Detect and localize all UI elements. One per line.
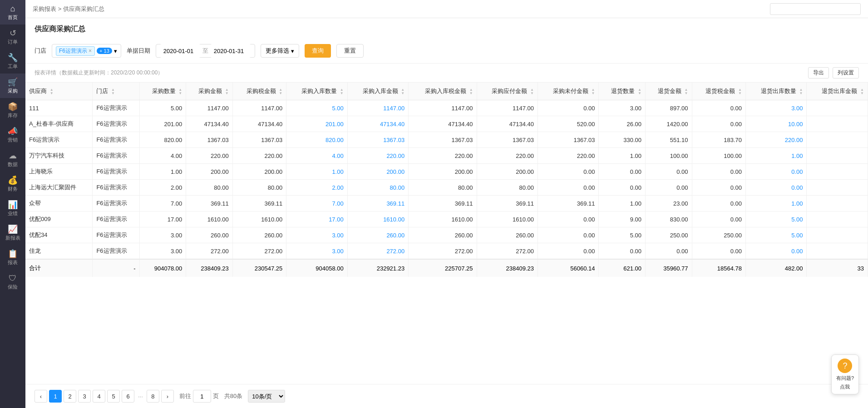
cell-return_out_qty[interactable]: 5.00: [746, 227, 807, 243]
col-unpaid[interactable]: 采购未付金额 ▲▼: [538, 83, 599, 100]
sidebar-item-marketing[interactable]: 📣 营销: [0, 123, 25, 147]
next-page-button[interactable]: ›: [161, 390, 174, 403]
table-data-time: 报表详情（数据截止更新时间：2020/2/20 00:00:00）: [35, 69, 163, 77]
page-button-8[interactable]: 8: [147, 390, 159, 403]
cell-in_qty[interactable]: 820.00: [286, 132, 347, 148]
main-content: 采购报表 > 供应商采购汇总 供应商采购汇总 门店 F6运营演示 × + 13 …: [25, 0, 868, 408]
cell-in_amt[interactable]: 272.00: [347, 243, 408, 260]
page-goto-input[interactable]: [193, 390, 211, 403]
export-button[interactable]: 导出: [808, 67, 829, 79]
col-return-out-amt[interactable]: 退货出库金额 ▲▼: [807, 83, 868, 100]
cell-return_tax: 0.00: [692, 196, 745, 211]
col-in-qty[interactable]: 采购入库数量 ▲▼: [286, 83, 347, 100]
cell-return_amt: 1420.00: [645, 116, 692, 132]
breadcrumb-purchase[interactable]: 采购报表: [33, 5, 56, 12]
date-from[interactable]: [160, 44, 201, 58]
cell-in_amt[interactable]: 369.11: [347, 196, 408, 211]
cell-in_qty[interactable]: 1.00: [286, 164, 347, 180]
cell-in_qty[interactable]: 3.00: [286, 243, 347, 260]
col-in-amt[interactable]: 采购入库金额 ▲▼: [347, 83, 408, 100]
more-filter-button[interactable]: 更多筛选 ▾: [261, 44, 299, 58]
cell-in_amt[interactable]: 1610.00: [347, 211, 408, 227]
prev-page-button[interactable]: ‹: [35, 390, 47, 403]
sidebar-item-inventory[interactable]: 📦 库存: [0, 98, 25, 123]
cell-in_qty[interactable]: 5.00: [286, 100, 347, 116]
cell-return_out_qty[interactable]: 5.00: [746, 211, 807, 227]
cell-payable: 47134.40: [477, 116, 538, 132]
query-button[interactable]: 查询: [305, 44, 331, 58]
cell-in_tax: 1147.00: [409, 100, 477, 116]
sidebar-item-new-report[interactable]: 📈 新报表: [0, 221, 25, 245]
col-purchase-tax[interactable]: 采购税金额 ▲▼: [232, 83, 286, 100]
page-button-1[interactable]: 1: [49, 390, 62, 403]
cell-in_qty[interactable]: 17.00: [286, 211, 347, 227]
col-purchase-amt[interactable]: 采购金额 ▲▼: [186, 83, 233, 100]
cell-in_amt[interactable]: 1367.03: [347, 132, 408, 148]
date-to[interactable]: [210, 44, 251, 58]
col-return-out-qty[interactable]: 退货出库数量 ▲▼: [746, 83, 807, 100]
help-button[interactable]: ? 有问题? 点我: [831, 354, 859, 394]
date-separator: 至: [202, 47, 208, 55]
sidebar-item-performance[interactable]: 📊 业绩: [0, 196, 25, 221]
col-in-tax[interactable]: 采购入库税金额 ▲▼: [409, 83, 477, 100]
col-payable[interactable]: 采购应付金额 ▲▼: [477, 83, 538, 100]
sidebar-item-work[interactable]: 🔧 工单: [0, 49, 25, 74]
store-tag-close[interactable]: ×: [89, 48, 92, 54]
col-setting-button[interactable]: 列设置: [833, 67, 859, 79]
sidebar-item-home[interactable]: ⌂ 首页: [0, 0, 25, 25]
sidebar-item-purchase[interactable]: 🛒 采购: [0, 74, 25, 98]
store-selector[interactable]: F6运营演示 × + 13 ▾: [52, 44, 121, 58]
cell-supplier: F6运营演示: [25, 132, 93, 148]
reset-button[interactable]: 重置: [336, 44, 364, 58]
sidebar-item-order[interactable]: ↺ 订单: [0, 25, 25, 49]
footer-payable: 238409.23: [477, 259, 538, 277]
cell-in_amt[interactable]: 80.00: [347, 180, 408, 196]
cell-in_amt[interactable]: 1147.00: [347, 100, 408, 116]
cell-store: F6运营演示: [93, 180, 139, 196]
page-button-4[interactable]: 4: [93, 390, 105, 403]
cell-return_out_qty[interactable]: 1.00: [746, 196, 807, 211]
page-size-select[interactable]: 10条/页 20条/页 50条/页 100条/页: [248, 390, 285, 403]
cell-return_out_qty[interactable]: 1.00: [746, 148, 807, 164]
sidebar-item-insurance[interactable]: 🛡 保险: [0, 270, 25, 294]
cell-in_amt[interactable]: 260.00: [347, 227, 408, 243]
page-button-6[interactable]: 6: [122, 390, 134, 403]
cell-return_out_qty[interactable]: 10.00: [746, 116, 807, 132]
cell-in_qty[interactable]: 2.00: [286, 180, 347, 196]
cell-return_out_qty[interactable]: 0.00: [746, 164, 807, 180]
cell-return_out_qty[interactable]: 3.00: [746, 100, 807, 116]
cell-in_qty[interactable]: 4.00: [286, 148, 347, 164]
cell-return_amt: 23.00: [645, 196, 692, 211]
cell-supplier: 111: [25, 100, 93, 116]
col-return-amt[interactable]: 退货金额 ▲▼: [645, 83, 692, 100]
cell-return_out_qty[interactable]: 220.00: [746, 132, 807, 148]
cell-return_out_qty[interactable]: 0.00: [746, 243, 807, 260]
cell-payable: 272.00: [477, 243, 538, 260]
col-purchase-qty[interactable]: 采购数量 ▲▼: [139, 83, 186, 100]
cell-in_amt[interactable]: 200.00: [347, 164, 408, 180]
data-table: 供应商 ▲▼ 门店 ▲▼ 采购数量 ▲▼ 采购金额 ▲▼ 采购税金额 ▲▼ 采购…: [25, 83, 868, 277]
col-store[interactable]: 门店 ▲▼: [93, 83, 139, 100]
cell-in_tax: 220.00: [409, 148, 477, 164]
topbar-search[interactable]: [770, 3, 861, 15]
page-button-3[interactable]: 3: [78, 390, 91, 403]
col-supplier[interactable]: 供应商 ▲▼: [25, 83, 93, 100]
col-return-qty[interactable]: 退货数量 ▲▼: [599, 83, 646, 100]
cell-return_tax: 0.00: [692, 100, 745, 116]
page-button-2[interactable]: 2: [64, 390, 76, 403]
sidebar-item-report[interactable]: 📋 报表: [0, 245, 25, 270]
sidebar-item-finance[interactable]: 💰 财务: [0, 172, 25, 196]
cell-in_amt[interactable]: 220.00: [347, 148, 408, 164]
cell-purchase_qty: 4.00: [139, 148, 186, 164]
page-button-5[interactable]: 5: [107, 390, 120, 403]
sidebar-label-finance: 财务: [8, 186, 18, 192]
col-return-tax[interactable]: 退货税金额 ▲▼: [692, 83, 745, 100]
cell-in_qty[interactable]: 201.00: [286, 116, 347, 132]
sidebar-item-data[interactable]: ☁ 数据: [0, 147, 25, 172]
cell-return_out_qty[interactable]: 0.00: [746, 180, 807, 196]
cell-in_qty[interactable]: 3.00: [286, 227, 347, 243]
cell-return_tax: 100.00: [692, 148, 745, 164]
report-icon: 📋: [8, 250, 18, 258]
cell-in_amt[interactable]: 47134.40: [347, 116, 408, 132]
cell-in_qty[interactable]: 7.00: [286, 196, 347, 211]
